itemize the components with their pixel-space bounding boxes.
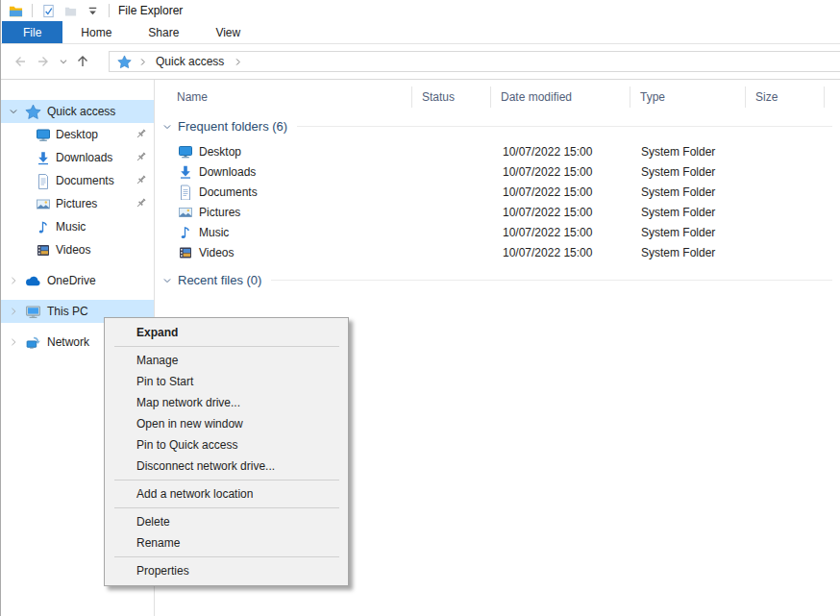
sidebar-item-quick-access[interactable]: Quick access	[1, 100, 154, 123]
group-header-label[interactable]: Frequent folders (6)	[178, 119, 287, 134]
pin-icon	[134, 127, 148, 141]
sidebar-item-desktop[interactable]: Desktop	[1, 123, 154, 146]
properties-icon[interactable]	[40, 3, 57, 19]
file-row-pictures[interactable]: Pictures10/07/2022 15:00System Folder	[156, 202, 840, 222]
sidebar-item-label: Quick access	[47, 105, 115, 118]
pictures-icon	[36, 195, 51, 212]
music-icon	[177, 224, 193, 240]
sidebar-item-label: Pictures	[56, 197, 97, 210]
cell-text: 10/07/2022 15:00	[503, 145, 592, 159]
chevron-right-icon[interactable]	[7, 305, 20, 318]
tab-view[interactable]: View	[197, 21, 259, 43]
menu-item-disconnect-network-drive[interactable]: Disconnect network drive...	[105, 456, 348, 477]
cell-name: Music	[156, 222, 412, 242]
cell-size	[746, 182, 825, 202]
cell-size	[746, 161, 825, 182]
network-icon	[24, 333, 41, 351]
menu-item-pin-to-quick-access[interactable]: Pin to Quick access	[105, 434, 348, 456]
sidebar-item-label: Network	[47, 335, 89, 349]
cell-type: System Folder	[630, 242, 746, 262]
tab-file[interactable]: File	[2, 21, 62, 43]
file-row-music[interactable]: Music10/07/2022 15:00System Folder	[156, 222, 840, 242]
cell-text: System Folder	[641, 206, 715, 219]
recent-locations-caret-icon[interactable]	[57, 50, 70, 73]
documents-icon	[177, 184, 193, 200]
downloads-icon	[36, 149, 51, 166]
column-header-name[interactable]: Name	[156, 86, 412, 108]
new-folder-icon[interactable]	[62, 3, 79, 19]
cell-status	[412, 141, 491, 161]
address-bar[interactable]: Quick access	[109, 51, 840, 72]
cell-type: System Folder	[630, 222, 746, 242]
sidebar-item-label: This PC	[47, 305, 88, 318]
cell-text: Documents	[199, 185, 258, 199]
menu-item-pin-to-start[interactable]: Pin to Start	[105, 371, 348, 392]
column-header-label: Name	[177, 90, 208, 104]
sidebar-item-onedrive[interactable]: OneDrive	[1, 269, 154, 292]
documents-icon	[36, 172, 51, 189]
pin-icon	[134, 196, 148, 210]
breadcrumb-chevron-icon[interactable]	[230, 54, 245, 69]
sidebar-item-videos[interactable]: Videos	[1, 238, 154, 261]
sidebar-item-downloads[interactable]: Downloads	[1, 146, 154, 169]
cell-text: Music	[199, 226, 229, 239]
videos-icon	[177, 244, 193, 260]
music-icon	[36, 218, 51, 235]
cell-text: System Folder	[641, 185, 715, 199]
tab-share[interactable]: Share	[130, 21, 197, 43]
breadcrumb[interactable]: Quick access	[152, 55, 228, 68]
cell-text: System Folder	[641, 246, 715, 259]
desktop-icon	[177, 143, 193, 160]
quick-access-star-icon	[24, 103, 41, 120]
downloads-icon	[177, 163, 193, 180]
column-header-size[interactable]: Size	[746, 86, 825, 108]
menu-item-add-a-network-location[interactable]: Add a network location	[105, 483, 348, 505]
file-row-desktop[interactable]: Desktop10/07/2022 15:00System Folder	[156, 141, 840, 161]
back-button[interactable]	[7, 50, 32, 73]
group-collapse-chevron-icon[interactable]	[161, 120, 174, 134]
cell-type: System Folder	[630, 202, 746, 222]
up-button[interactable]	[70, 50, 95, 73]
file-row-videos[interactable]: Videos10/07/2022 15:00System Folder	[156, 242, 840, 262]
sidebar-item-documents[interactable]: Documents	[1, 169, 154, 192]
window-title: File Explorer	[118, 4, 183, 17]
menu-item-open-in-new-window[interactable]: Open in new window	[105, 413, 348, 434]
forward-button[interactable]	[32, 50, 57, 73]
chevron-down-icon[interactable]	[7, 105, 20, 118]
cell-name: Desktop	[156, 141, 412, 161]
file-row-downloads[interactable]: Downloads10/07/2022 15:00System Folder	[156, 161, 840, 182]
qat-separator	[32, 4, 33, 17]
cell-text: 10/07/2022 15:00	[503, 165, 592, 179]
sidebar-item-pictures[interactable]: Pictures	[1, 192, 154, 215]
tab-home[interactable]: Home	[62, 21, 130, 43]
chevron-right-icon[interactable]	[7, 274, 20, 287]
sidebar-item-music[interactable]: Music	[1, 215, 154, 238]
column-header-type[interactable]: Type	[630, 86, 746, 108]
cell-size	[746, 242, 825, 262]
group-header-label[interactable]: Recent files (0)	[178, 273, 261, 287]
group-header-recent-files[interactable]: Recent files (0)	[156, 270, 832, 289]
menu-item-delete[interactable]: Delete	[105, 511, 348, 532]
file-row-documents[interactable]: Documents10/07/2022 15:00System Folder	[156, 182, 840, 202]
chevron-right-icon[interactable]	[7, 335, 20, 349]
column-header-date-modified[interactable]: Date modified	[491, 86, 630, 108]
menu-item-rename[interactable]: Rename	[105, 532, 348, 554]
menu-item-expand[interactable]: Expand	[105, 322, 348, 343]
group-header-frequent-folders[interactable]: Frequent folders (6)	[156, 116, 832, 136]
column-header-status[interactable]: Status	[412, 86, 491, 108]
cell-text: System Folder	[641, 226, 715, 239]
context-menu-this-pc: ExpandManagePin to StartMap network driv…	[104, 317, 349, 586]
pin-icon	[134, 150, 148, 164]
cell-text: Videos	[199, 246, 234, 259]
breadcrumb-chevron-icon[interactable]	[135, 54, 150, 69]
group-header-rule	[297, 126, 832, 127]
cell-status	[412, 222, 491, 242]
menu-separator	[114, 480, 339, 480]
ribbon-tab-bar: File Home Share View	[1, 21, 840, 44]
menu-item-manage[interactable]: Manage	[105, 350, 348, 371]
menu-item-map-network-drive[interactable]: Map network drive...	[105, 392, 348, 413]
qat-customize-caret-icon[interactable]	[85, 3, 101, 19]
group-collapse-chevron-icon[interactable]	[161, 274, 174, 287]
cell-text: System Folder	[641, 145, 715, 159]
menu-item-properties[interactable]: Properties	[105, 560, 348, 581]
